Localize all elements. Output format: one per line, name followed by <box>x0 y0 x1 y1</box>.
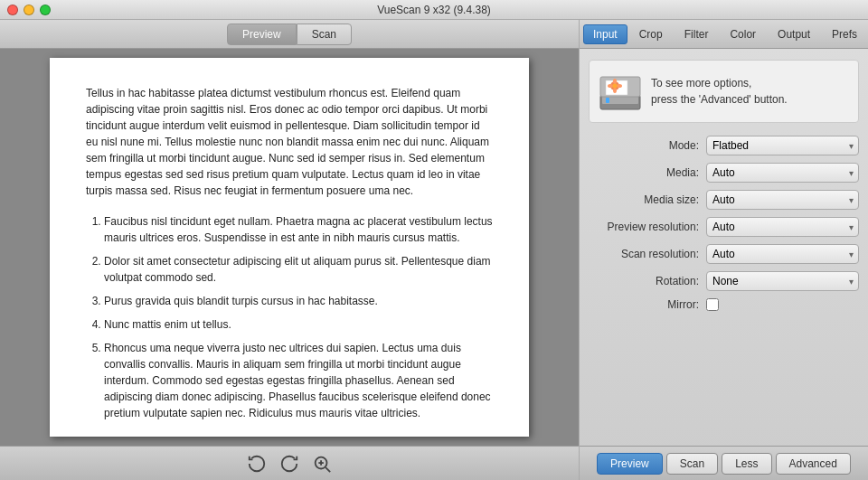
tab-input[interactable]: Input <box>583 24 627 44</box>
scan-resolution-select-wrapper: Auto 75 150 300 600 <box>706 244 859 264</box>
info-text: To see more options,press the 'Advanced'… <box>651 75 788 108</box>
scan-resolution-label: Scan resolution: <box>589 248 706 260</box>
tab-preview[interactable]: Preview <box>227 24 297 45</box>
advanced-button[interactable]: Advanced <box>776 453 851 475</box>
svg-point-12 <box>608 84 613 88</box>
svg-line-1 <box>326 467 330 472</box>
rotate-left-button[interactable] <box>244 451 269 476</box>
tab-crop[interactable]: Crop <box>629 24 673 44</box>
tab-color[interactable]: Color <box>720 24 766 44</box>
mirror-checkbox[interactable] <box>706 298 719 311</box>
media-size-label: Media size: <box>589 193 706 206</box>
tab-prefs[interactable]: Prefs <box>822 24 867 44</box>
mode-row: Mode: Flatbed Transparency ADF <box>589 136 859 155</box>
media-select-wrapper: Auto Photo Document <box>706 163 859 183</box>
window-controls <box>7 5 51 15</box>
mode-select[interactable]: Flatbed Transparency ADF <box>706 136 859 155</box>
preview-resolution-select-wrapper: Auto 75 150 300 <box>706 217 859 237</box>
maximize-button[interactable] <box>40 5 51 15</box>
bottom-buttons: Preview Scan Less Advanced <box>580 446 868 480</box>
preview-button[interactable]: Preview <box>597 453 663 475</box>
preview-resolution-select[interactable]: Auto 75 150 300 <box>706 217 859 237</box>
document-page: Tellus in hac habitasse platea dictumst … <box>50 58 529 437</box>
list-item: Rhoncus uma neque viverra justo nec ultr… <box>104 340 493 421</box>
right-content: To see more options,press the 'Advanced'… <box>580 49 868 446</box>
main-area: Preview Scan Tellus in hac habitasse pla… <box>0 20 868 480</box>
scan-button[interactable]: Scan <box>666 453 718 475</box>
preview-resolution-row: Preview resolution: Auto 75 150 300 <box>589 217 859 237</box>
left-toolbar: Preview Scan <box>0 20 579 49</box>
media-size-select[interactable]: Auto Letter A4 <box>706 190 859 210</box>
tab-scan[interactable]: Scan <box>297 24 352 45</box>
rotation-select-wrapper: None 90 CW 90 CCW 180 <box>706 271 859 291</box>
info-box: To see more options,press the 'Advanced'… <box>589 60 859 123</box>
media-size-select-wrapper: Auto Letter A4 <box>706 190 859 210</box>
doc-list: Faucibus nisl tincidunt eget nullam. Pha… <box>104 213 493 421</box>
preview-resolution-label: Preview resolution: <box>589 221 706 233</box>
mode-label: Mode: <box>589 139 706 152</box>
list-item: Nunc mattis enim ut tellus. <box>104 316 493 333</box>
right-panel: Input Crop Filter Color Output Prefs <box>579 20 868 480</box>
mode-select-wrapper: Flatbed Transparency ADF <box>706 136 859 155</box>
right-toolbar: Input Crop Filter Color Output Prefs <box>580 20 868 49</box>
list-item: Faucibus nisl tincidunt eget nullam. Pha… <box>104 213 493 246</box>
doc-paragraph-1: Tellus in hac habitasse platea dictumst … <box>86 85 493 199</box>
media-size-row: Media size: Auto Letter A4 <box>589 190 859 210</box>
titlebar: VueScan 9 x32 (9.4.38) <box>0 0 868 20</box>
window-title: VueScan 9 x32 (9.4.38) <box>377 4 491 16</box>
media-label: Media: <box>589 166 706 179</box>
minimize-button[interactable] <box>24 5 34 15</box>
media-row: Media: Auto Photo Document <box>589 163 859 183</box>
bottom-bar <box>0 446 579 480</box>
svg-rect-6 <box>606 98 609 103</box>
svg-point-10 <box>613 79 617 84</box>
left-panel: Preview Scan Tellus in hac habitasse pla… <box>0 20 579 480</box>
preview-area: Tellus in hac habitasse platea dictumst … <box>0 49 579 446</box>
mirror-label: Mirror: <box>589 298 706 311</box>
media-select[interactable]: Auto Photo Document <box>706 163 859 183</box>
rotation-label: Rotation: <box>589 275 706 287</box>
tab-output[interactable]: Output <box>768 24 820 44</box>
scan-resolution-row: Scan resolution: Auto 75 150 300 600 <box>589 244 859 264</box>
rotate-right-button[interactable] <box>277 451 302 476</box>
list-item: Dolor sit amet consectetur adipiscing el… <box>104 253 493 286</box>
scanner-icon <box>597 68 644 115</box>
zoom-button[interactable] <box>309 451 335 476</box>
svg-point-14 <box>613 84 618 89</box>
scan-resolution-select[interactable]: Auto 75 150 300 600 <box>706 244 859 264</box>
svg-point-13 <box>617 84 622 88</box>
mirror-row: Mirror: <box>589 298 859 311</box>
close-button[interactable] <box>7 5 18 15</box>
rotation-row: Rotation: None 90 CW 90 CCW 180 <box>589 271 859 291</box>
list-item: Purus gravida quis blandit turpis cursus… <box>104 293 493 309</box>
svg-point-11 <box>613 88 617 93</box>
less-button[interactable]: Less <box>722 453 771 475</box>
rotation-select[interactable]: None 90 CW 90 CCW 180 <box>706 271 859 291</box>
tab-filter[interactable]: Filter <box>675 24 719 44</box>
